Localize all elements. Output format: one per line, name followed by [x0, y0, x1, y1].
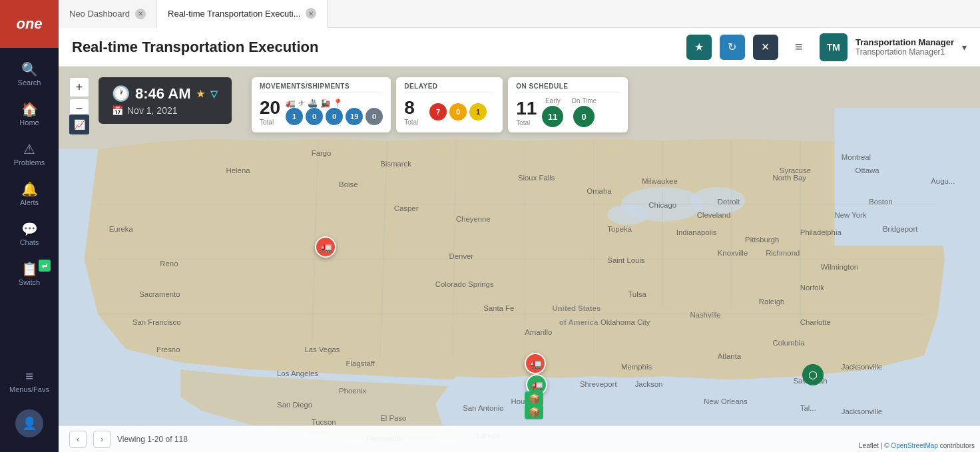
svg-text:Fargo: Fargo: [312, 149, 332, 157]
early-badge: 11: [542, 106, 563, 127]
svg-text:Tucson: Tucson: [312, 418, 336, 426]
sidebar-item-avatar[interactable]: 👤: [0, 401, 59, 445]
ship-icon: 🚢: [308, 99, 318, 108]
svg-text:Flagstaff: Flagstaff: [346, 359, 375, 367]
hamburger-icon: ≡: [795, 39, 803, 55]
leaflet-attribution: Leaflet | © OpenStreetMap contributors: [859, 442, 975, 449]
svg-point-4: [607, 204, 648, 225]
tab-rte-close[interactable]: ✕: [306, 8, 316, 19]
truck-marker-1[interactable]: 🚛: [315, 236, 336, 258]
svg-text:Cleveland: Cleveland: [697, 211, 731, 219]
sidebar-item-alerts[interactable]: 🔔 Alerts: [0, 174, 59, 214]
switch-badge-icon: ⇄: [42, 262, 47, 270]
on-schedule-title: ON SCHEDULE: [516, 83, 620, 93]
svg-text:Boston: Boston: [869, 198, 892, 206]
delayed-badge-orange: 0: [449, 103, 467, 120]
on-time-col: On Time 0: [571, 97, 597, 127]
close-button[interactable]: ✕: [753, 35, 778, 60]
svg-text:Jacksonville: Jacksonville: [842, 363, 882, 371]
tab-neo-dashboard[interactable]: Neo Dashboard ✕: [59, 0, 157, 28]
search-icon: 🔍: [21, 63, 38, 76]
sidebar-item-switch[interactable]: 📋 ⇄ Switch: [0, 254, 59, 294]
delayed-badge-yellow: 1: [469, 103, 487, 120]
delayed-title: DELAYED: [404, 83, 495, 93]
zoom-in-button[interactable]: +: [69, 77, 89, 97]
green-stack-icon: ⬡: [802, 364, 824, 385]
svg-text:El Paso: El Paso: [380, 414, 406, 422]
svg-text:San Francisco: San Francisco: [132, 318, 181, 326]
svg-text:Tulsa: Tulsa: [628, 290, 646, 298]
star-button[interactable]: ★: [686, 35, 712, 60]
map-container[interactable]: Helena Fargo Bismarck Boise Casper Cheye…: [59, 67, 980, 452]
logo-text: one: [16, 15, 42, 33]
on-time-badge: 0: [573, 106, 595, 127]
sidebar-bottom: ≡ Menus/Favs 👤: [0, 361, 59, 452]
refresh-icon: ↻: [728, 41, 736, 53]
sidebar-label-problems: Problems: [14, 158, 45, 166]
sidebar-label-alerts: Alerts: [20, 198, 39, 206]
svg-text:San Antonio: San Antonio: [463, 404, 503, 412]
movements-badges: 1 0 0 19 0: [286, 108, 383, 125]
svg-text:Denver: Denver: [449, 252, 474, 260]
green-stack-marker-br[interactable]: ⬡: [802, 364, 824, 385]
sidebar-label-search: Search: [18, 79, 41, 87]
svg-text:Saint Louis: Saint Louis: [607, 256, 645, 264]
tab-neo-dashboard-close[interactable]: ✕: [135, 9, 146, 19]
svg-text:Sacramento: Sacramento: [139, 290, 180, 298]
svg-text:San Diego: San Diego: [277, 401, 312, 409]
sidebar-item-search[interactable]: 🔍 Search: [0, 55, 59, 95]
menu-button[interactable]: ≡: [786, 35, 812, 60]
svg-text:Augu...: Augu...: [931, 177, 955, 185]
problems-icon: ⚠: [23, 142, 35, 156]
movements-badge-1: 0: [306, 108, 323, 125]
delayed-badges: 7 0 1: [429, 103, 487, 120]
svg-text:Indianapolis: Indianapolis: [676, 228, 717, 236]
movements-badge-3: 19: [346, 108, 363, 125]
svg-text:Oklahoma City: Oklahoma City: [601, 318, 650, 326]
svg-text:Eureka: Eureka: [109, 225, 134, 233]
on-schedule-total: 11: [516, 98, 537, 119]
svg-text:Shreveport: Shreveport: [580, 380, 617, 388]
truck-marker-2[interactable]: 🚛: [525, 353, 546, 374]
refresh-button[interactable]: ↻: [720, 35, 745, 60]
svg-text:Reno: Reno: [160, 260, 178, 268]
svg-text:Ottawa: Ottawa: [856, 166, 880, 174]
sidebar-item-menus[interactable]: ≡ Menus/Favs: [0, 361, 59, 401]
sidebar-item-chats[interactable]: 💬 Chats: [0, 214, 59, 254]
delayed-total: 8: [404, 97, 424, 118]
svg-text:Helena: Helena: [226, 166, 251, 174]
svg-text:Los Angeles: Los Angeles: [277, 369, 318, 377]
sidebar-label-chats: Chats: [20, 238, 39, 246]
movements-badge-4: 0: [366, 108, 383, 125]
stack-marker[interactable]: 📦 📦: [525, 391, 543, 419]
svg-text:Bismarck: Bismarck: [380, 160, 411, 168]
svg-text:Raleigh: Raleigh: [759, 298, 785, 306]
svg-text:of America: of America: [559, 318, 599, 326]
rail-icon: 🚂: [320, 99, 330, 108]
svg-text:Montreal: Montreal: [842, 153, 871, 161]
sidebar-item-problems[interactable]: ⚠ Problems: [0, 134, 59, 174]
plane-icon: ✈: [298, 99, 305, 108]
app-logo[interactable]: one: [0, 0, 59, 48]
next-page-button[interactable]: ›: [93, 431, 111, 448]
chart-toggle-button[interactable]: 📈: [69, 114, 89, 134]
svg-text:Jacksonville: Jacksonville: [842, 407, 882, 415]
next-arrow-icon: ›: [101, 435, 103, 444]
tab-rte[interactable]: Real-time Transportation Executi... ✕: [157, 0, 328, 28]
menus-icon: ≡: [25, 369, 33, 383]
bottom-navigation-bar: ‹ › Viewing 1-20 of 118 Leaflet | © Open…: [59, 425, 980, 452]
truck-icon: 🚛: [286, 99, 296, 108]
filter-button[interactable]: ▽: [210, 89, 218, 99]
user-dropdown-arrow[interactable]: ▾: [962, 42, 967, 53]
movements-total-label: Total: [260, 118, 280, 126]
close-icon: ✕: [761, 41, 770, 53]
prev-page-button[interactable]: ‹: [69, 431, 87, 448]
svg-text:Tal...: Tal...: [800, 404, 816, 412]
svg-text:Detroit: Detroit: [718, 198, 740, 206]
svg-text:Richmond: Richmond: [766, 249, 800, 257]
star-time-button[interactable]: ★: [196, 89, 205, 99]
truck-marker-red-1: 🚛: [315, 236, 336, 258]
svg-text:Topeka: Topeka: [607, 225, 632, 233]
sidebar-item-home[interactable]: 🏠 Home: [0, 95, 59, 134]
osm-link[interactable]: OpenStreetMap: [891, 442, 938, 449]
